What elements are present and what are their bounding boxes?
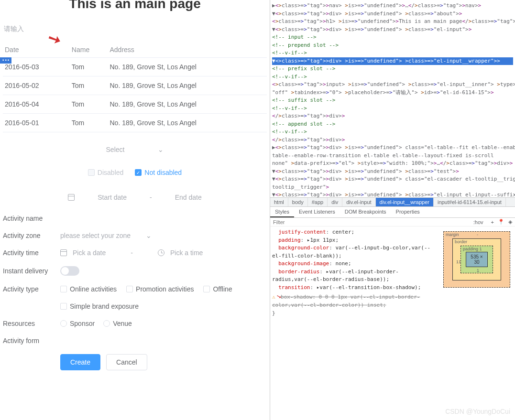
crumb[interactable]: div.el-input__wrapper xyxy=(376,198,434,206)
crumb[interactable]: html xyxy=(270,198,288,206)
css-rules[interactable]: justify-content: center; padding: ▸1px 1… xyxy=(270,226,438,420)
crumb[interactable]: input#el-id-6114-15.el-input xyxy=(434,198,506,206)
table-row[interactable]: 2016-05-04TomNo. 189, Grove St, Los Ange… xyxy=(3,95,267,114)
checkbox-not-disabled[interactable]: ✓Not disabled xyxy=(135,169,182,176)
label-resources: Resources xyxy=(3,320,60,327)
chevron-down-icon[interactable]: ⌄ xyxy=(158,146,164,153)
label-activity-time: Activity time xyxy=(3,249,60,257)
cancel-button[interactable]: Cancel xyxy=(106,354,147,370)
label-activity-zone: Activity zone xyxy=(3,232,60,239)
breadcrumb[interactable]: htmlbody#appdivdiv.el-inputdiv.el-input_… xyxy=(270,197,515,207)
col-date: Date xyxy=(3,42,70,58)
end-date-input[interactable]: End date xyxy=(175,194,202,201)
radio-venue[interactable]: Venue xyxy=(103,320,132,327)
select-input[interactable]: Select xyxy=(106,146,125,153)
col-name: Name xyxy=(70,42,108,58)
table-row[interactable]: 2016-05-02TomNo. 189, Grove St, Los Ange… xyxy=(3,76,267,95)
dom-tree[interactable]: ▶<>class>=>"tag">>nav> >is>=>"undefined"… xyxy=(270,0,515,197)
create-button[interactable]: Create xyxy=(60,354,100,370)
col-address: Address xyxy=(108,42,267,58)
new-rule-icon[interactable]: + xyxy=(491,219,494,225)
label-activity-form: Activity form xyxy=(3,337,60,345)
more-icon[interactable]: ◈ xyxy=(508,219,512,225)
start-date-input[interactable]: Start date xyxy=(98,194,127,201)
checkbox-offline[interactable]: Offline xyxy=(203,285,232,293)
tab[interactable]: DOM Breakpoints xyxy=(340,207,391,217)
checkbox-promo[interactable]: Promotion activities xyxy=(126,285,194,293)
crumb[interactable]: #app xyxy=(308,198,328,206)
date-separator: - xyxy=(150,194,152,201)
tab[interactable]: Styles xyxy=(270,207,294,217)
delivery-switch[interactable] xyxy=(60,266,79,276)
table-row[interactable]: 2016-05-03TomNo. 189, Grove St, Los Ange… xyxy=(3,58,267,76)
data-table: Date Name Address 2016-05-03TomNo. 189, … xyxy=(3,42,267,132)
filter-input[interactable] xyxy=(273,219,470,225)
page-title: This is an main page xyxy=(3,0,267,11)
styles-tabs[interactable]: StylesEvent ListenersDOM BreakpointsProp… xyxy=(270,207,515,218)
label-activity-name: Activity name xyxy=(3,215,60,222)
time-picker[interactable]: Pick a time xyxy=(170,249,203,257)
calendar-icon[interactable] xyxy=(60,249,67,256)
checkbox-online[interactable]: Online activities xyxy=(60,285,117,293)
hov-toggle[interactable]: :hov xyxy=(473,219,483,225)
tab[interactable]: Properties xyxy=(391,207,425,217)
checkbox-disabled: Disabled xyxy=(88,169,123,176)
check-icon: ✓ xyxy=(135,169,142,176)
checkbox-brand[interactable]: Simple brand exposure xyxy=(60,302,139,310)
label-instant-delivery: Instant delivery xyxy=(3,267,60,275)
pin-icon[interactable]: 📍 xyxy=(498,219,504,225)
clock-icon[interactable] xyxy=(158,249,164,256)
crumb[interactable]: div xyxy=(328,198,342,206)
label-activity-type: Activity type xyxy=(3,285,60,293)
crumb[interactable]: div.el-input xyxy=(342,198,375,206)
calendar-icon[interactable] xyxy=(68,194,75,201)
watermark: CSDN @YoungDoCui xyxy=(445,408,510,415)
crumb[interactable]: body xyxy=(288,198,308,206)
main-input[interactable]: 请输入 xyxy=(4,25,267,33)
zone-select[interactable]: please select your zone xyxy=(60,232,131,239)
tab[interactable]: Event Listeners xyxy=(294,207,340,217)
table-row[interactable]: 2016-05-01TomNo. 189, Grove St, Los Ange… xyxy=(3,114,267,132)
radio-sponsor[interactable]: Sponsor xyxy=(60,320,95,327)
box-model: margin- border padding 1 11 535 × 30 1 xyxy=(438,226,515,420)
date-picker[interactable]: Pick a date xyxy=(73,249,106,257)
chevron-down-icon[interactable]: ⌄ xyxy=(146,232,152,239)
